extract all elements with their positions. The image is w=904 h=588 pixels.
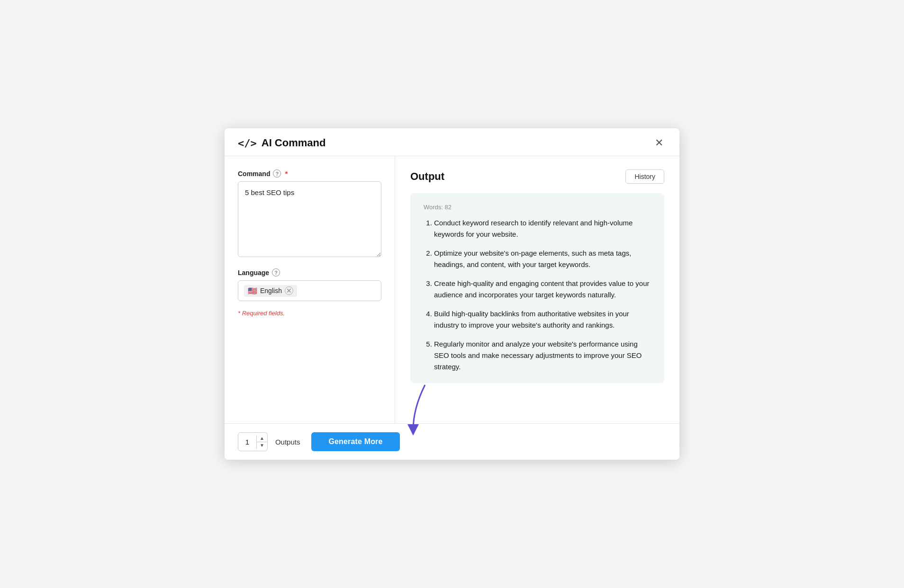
- words-count: Words: 82: [424, 204, 651, 211]
- stepper-value: 1: [238, 438, 256, 446]
- list-item: Conduct keyword research to identify rel…: [434, 217, 651, 240]
- ai-command-modal: </> AI Command ✕ Command ? * 5 best SEO …: [225, 128, 679, 460]
- list-item: Build high-quality backlinks from author…: [434, 308, 651, 331]
- modal-header: </> AI Command ✕: [225, 128, 679, 156]
- language-label: Language ?: [238, 268, 381, 276]
- language-flag: 🇺🇸: [248, 286, 257, 295]
- language-input[interactable]: 🇺🇸 English ✕: [238, 280, 381, 301]
- language-section: Language ? 🇺🇸 English ✕: [238, 268, 381, 301]
- close-button[interactable]: ✕: [652, 137, 666, 149]
- required-note: * Required fields.: [238, 310, 381, 317]
- command-required-star: *: [285, 169, 288, 178]
- language-remove-button[interactable]: ✕: [285, 286, 293, 295]
- footer-actions: 1 ▲ ▼ Outputs Generate More: [238, 432, 400, 451]
- list-item: Optimize your website's on-page elements…: [434, 248, 651, 270]
- output-title: Output: [410, 170, 444, 183]
- command-help-icon[interactable]: ?: [273, 169, 281, 178]
- left-panel: Command ? * 5 best SEO tips Language ? 🇺…: [225, 156, 395, 423]
- output-list: Conduct keyword research to identify rel…: [424, 217, 651, 373]
- ai-command-icon: </>: [238, 137, 257, 149]
- generate-more-button[interactable]: Generate More: [311, 432, 399, 451]
- history-button[interactable]: History: [625, 169, 664, 184]
- output-header: Output History: [410, 169, 664, 184]
- stepper-down[interactable]: ▼: [257, 442, 267, 449]
- modal-footer: 1 ▲ ▼ Outputs Generate More: [225, 423, 679, 460]
- stepper-up[interactable]: ▲: [257, 435, 267, 442]
- language-tag: 🇺🇸 English ✕: [244, 285, 297, 297]
- modal-body: Command ? * 5 best SEO tips Language ? 🇺…: [225, 156, 679, 423]
- stepper-arrows: ▲ ▼: [256, 435, 267, 449]
- command-label: Command ? *: [238, 169, 381, 178]
- modal-title: AI Command: [262, 137, 326, 149]
- language-name: English: [260, 287, 282, 294]
- list-item: Create high-quality and engaging content…: [434, 278, 651, 301]
- output-box: Words: 82 Conduct keyword research to id…: [410, 193, 664, 383]
- list-item: Regularly monitor and analyze your websi…: [434, 339, 651, 373]
- right-panel: Output History Words: 82 Conduct keyword…: [395, 156, 679, 423]
- outputs-label: Outputs: [275, 438, 300, 446]
- language-help-icon[interactable]: ?: [272, 268, 280, 276]
- outputs-stepper[interactable]: 1 ▲ ▼: [238, 432, 268, 451]
- command-textarea[interactable]: 5 best SEO tips: [238, 181, 381, 257]
- modal-title-wrap: </> AI Command: [238, 137, 325, 149]
